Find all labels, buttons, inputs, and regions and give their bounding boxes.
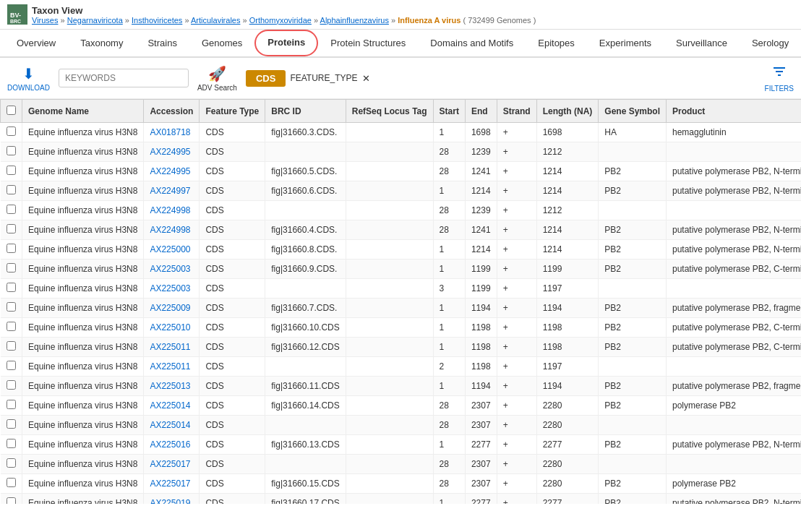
row-select-checkbox[interactable] — [7, 419, 16, 429]
tab-overview[interactable]: Overview — [4, 30, 68, 56]
download-button[interactable]: ⬇ DOWNLOAD — [7, 65, 50, 92]
cell-brc-id: fig|31660.7.CDS. — [265, 299, 346, 318]
cell-end: 1698 — [465, 123, 497, 142]
cds-badge: CDS — [246, 70, 286, 87]
tab-genomes[interactable]: Genomes — [189, 30, 254, 56]
row-select-checkbox[interactable] — [7, 497, 16, 504]
row-select-checkbox[interactable] — [7, 244, 16, 253]
rocket-icon: 🚀 — [208, 65, 226, 82]
breadcrumb-orthomyxoviridae[interactable]: Orthomyxoviridae — [249, 16, 312, 25]
cell-strand: + — [497, 338, 536, 357]
keywords-input[interactable] — [59, 69, 189, 87]
cell-start: 28 — [433, 455, 465, 474]
cell-length: 1214 — [536, 162, 599, 181]
row-select-checkbox[interactable] — [7, 439, 16, 448]
tab-domains-and-motifs[interactable]: Domains and Motifs — [418, 30, 526, 56]
cell-product — [666, 279, 801, 299]
row-checkbox — [1, 123, 22, 142]
cell-start: 1 — [433, 240, 465, 259]
tab-taxonomy[interactable]: Taxonomy — [68, 30, 135, 56]
cell-gene-symbol: PB2 — [599, 494, 667, 505]
row-select-checkbox[interactable] — [7, 361, 16, 370]
cell-genome-name: Equine influenza virus H3N8 — [22, 181, 144, 201]
row-select-checkbox[interactable] — [7, 126, 16, 136]
cell-genome-name: Equine influenza virus H3N8 — [22, 338, 144, 357]
table-row: Equine influenza virus H3N8AX225014CDS28… — [1, 416, 802, 435]
breadcrumb-negarnaviricota[interactable]: Negarnaviricota — [67, 16, 123, 25]
table-row: Equine influenza virus H3N8AX224995CDSfi… — [1, 162, 802, 181]
row-checkbox — [1, 396, 22, 416]
col-header-brc-id: BRC ID — [265, 100, 346, 123]
table-row: Equine influenza virus H3N8AX225011CDS21… — [1, 357, 802, 377]
feature-type-close[interactable]: ✕ — [362, 73, 370, 84]
tab-surveillance[interactable]: Surveillance — [664, 30, 740, 56]
row-select-checkbox[interactable] — [7, 380, 16, 390]
cell-product: putative polymerase PB2, N-terminal — [666, 435, 801, 455]
col-header-end: End — [465, 100, 497, 123]
tab-epitopes[interactable]: Epitopes — [526, 30, 587, 56]
breadcrumb-alphainfluenzavirus[interactable]: Alphainfluenzavirus — [320, 16, 389, 25]
breadcrumb-insthoviricetes[interactable]: Insthoviricetes — [132, 16, 182, 25]
breadcrumb-articulavirales[interactable]: Articulavirales — [191, 16, 240, 25]
cell-length: 1214 — [536, 181, 599, 201]
cell-genome-name: Equine influenza virus H3N8 — [22, 162, 144, 181]
adv-search-button[interactable]: 🚀 ADV Search — [197, 65, 237, 92]
filter-icon — [771, 64, 787, 83]
cell-accession: AX225003 — [144, 279, 200, 299]
cell-genome-name: Equine influenza virus H3N8 — [22, 299, 144, 318]
row-select-checkbox[interactable] — [7, 478, 16, 487]
table-row: Equine influenza virus H3N8AX225013CDSfi… — [1, 377, 802, 396]
cell-product: putative polymerase PB2, N-terminal — [666, 162, 801, 181]
cell-genome-name: Equine influenza virus H3N8 — [22, 377, 144, 396]
row-select-checkbox[interactable] — [7, 224, 16, 233]
cell-genome-name: Equine influenza virus H3N8 — [22, 494, 144, 505]
cell-feature-type: CDS — [200, 338, 265, 357]
cell-refseq-locus-tag — [346, 201, 433, 220]
cell-end: 2307 — [465, 474, 497, 494]
cell-feature-type: CDS — [200, 357, 265, 377]
tab-protein-structures[interactable]: Protein Structures — [318, 30, 418, 56]
cell-feature-type: CDS — [200, 435, 265, 455]
cell-end: 1198 — [465, 357, 497, 377]
row-select-checkbox[interactable] — [7, 400, 16, 409]
tab-proteins[interactable]: Proteins — [254, 30, 318, 56]
cell-end: 1199 — [465, 279, 497, 299]
cell-refseq-locus-tag — [346, 474, 433, 494]
cell-brc-id: fig|31660.17.CDS — [265, 494, 346, 505]
cell-strand: + — [497, 181, 536, 201]
row-select-checkbox[interactable] — [7, 146, 16, 155]
cell-start: 28 — [433, 201, 465, 220]
select-all-checkbox[interactable] — [7, 106, 16, 115]
filters-button[interactable]: FILTERS — [765, 64, 794, 93]
cell-product — [666, 455, 801, 474]
row-select-checkbox[interactable] — [7, 205, 16, 214]
cell-start: 2 — [433, 357, 465, 377]
row-select-checkbox[interactable] — [7, 263, 16, 273]
row-select-checkbox[interactable] — [7, 458, 16, 468]
row-select-checkbox[interactable] — [7, 283, 16, 292]
breadcrumb-viruses[interactable]: Viruses — [32, 16, 58, 25]
row-select-checkbox[interactable] — [7, 302, 16, 312]
cell-feature-type: CDS — [200, 377, 265, 396]
cell-strand: + — [497, 318, 536, 338]
tab-serology[interactable]: Serology — [740, 30, 801, 56]
tab-strains[interactable]: Strains — [135, 30, 189, 56]
row-select-checkbox[interactable] — [7, 185, 16, 194]
cell-gene-symbol: HA — [599, 123, 667, 142]
cell-gene-symbol: PB2 — [599, 435, 667, 455]
cell-accession: AX225011 — [144, 357, 200, 377]
row-select-checkbox[interactable] — [7, 322, 16, 331]
cell-end: 1214 — [465, 240, 497, 259]
row-select-checkbox[interactable] — [7, 166, 16, 175]
table-row: Equine influenza virus H3N8AX225016CDSfi… — [1, 435, 802, 455]
cell-accession: AX224998 — [144, 201, 200, 220]
row-checkbox — [1, 474, 22, 494]
data-table: Genome Name Accession Feature Type BRC I… — [0, 99, 801, 504]
table-row: Equine influenza virus H3N8AX225019CDSfi… — [1, 494, 802, 505]
tab-experiments[interactable]: Experiments — [587, 30, 664, 56]
breadcrumb-current: Influenza A virus — [398, 16, 461, 25]
svg-text:BRC: BRC — [10, 19, 21, 24]
cell-feature-type: CDS — [200, 318, 265, 338]
row-select-checkbox[interactable] — [7, 341, 16, 351]
cell-feature-type: CDS — [200, 474, 265, 494]
